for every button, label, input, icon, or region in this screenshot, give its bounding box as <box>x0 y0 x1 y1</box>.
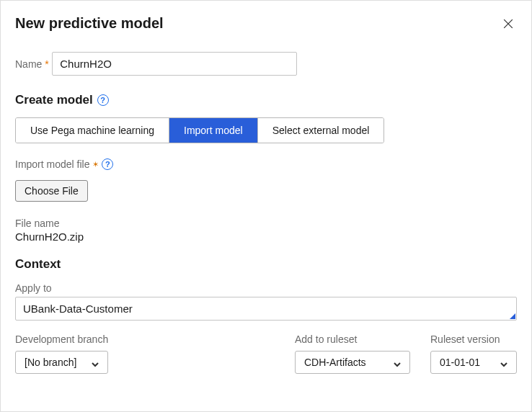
name-label: Name* <box>15 58 49 70</box>
close-button[interactable] <box>500 15 517 35</box>
segmented-option-use-pega[interactable]: Use Pega machine learning <box>16 118 169 143</box>
name-label-text: Name <box>15 58 42 70</box>
modal-new-predictive-model: New predictive model Name* Create model … <box>0 0 532 412</box>
import-file-label-text: Import model file <box>15 158 89 170</box>
apply-to-label: Apply to <box>15 282 52 294</box>
apply-to-field: Apply to <box>15 282 517 321</box>
ruleset-value: CDH-Artifacts <box>304 357 366 368</box>
ruleset-version-select[interactable]: 01-01-01 <box>430 351 517 374</box>
segmented-option-select-external[interactable]: Select external model <box>258 118 384 143</box>
modal-header: New predictive model <box>15 15 517 35</box>
close-icon <box>501 17 515 31</box>
modal-title: New predictive model <box>15 15 164 32</box>
chevron-down-icon <box>394 359 401 366</box>
dev-branch-select[interactable]: [No branch] <box>15 351 108 374</box>
choose-file-button[interactable]: Choose File <box>15 180 88 202</box>
dev-branch-label: Development branch <box>15 333 108 345</box>
apply-to-input-wrapper <box>15 297 517 321</box>
ruleset-version-field: Ruleset version 01-01-01 <box>430 333 517 374</box>
file-name-label: File name <box>15 218 517 229</box>
dev-branch-value: [No branch] <box>25 357 76 368</box>
apply-to-input[interactable] <box>15 297 517 321</box>
name-input[interactable] <box>52 52 297 76</box>
required-asterisk-icon: * <box>45 58 48 70</box>
segmented-option-import-model[interactable]: Import model <box>169 118 258 143</box>
ruleset-field: Add to ruleset CDH-Artifacts <box>295 333 410 374</box>
dev-branch-field: Development branch [No branch] <box>15 333 108 374</box>
ruleset-label: Add to ruleset <box>295 333 410 345</box>
ruleset-version-value: 01-01-01 <box>440 357 480 368</box>
chevron-down-icon <box>92 359 99 366</box>
context-section-title: Context <box>15 257 517 272</box>
help-icon[interactable]: ? <box>97 94 109 106</box>
ruleset-version-label: Ruleset version <box>430 333 517 345</box>
bottom-row: Development branch [No branch] Add to ru… <box>15 333 517 374</box>
ruleset-select[interactable]: CDH-Artifacts <box>295 351 410 374</box>
create-model-segmented: Use Pega machine learning Import model S… <box>15 117 384 143</box>
required-star-icon: ✶ <box>92 160 99 169</box>
name-field: Name* <box>15 52 517 76</box>
import-file-label: Import model file ✶ ? <box>15 158 113 170</box>
autocomplete-corner-icon <box>510 313 515 319</box>
chevron-down-icon <box>500 359 507 366</box>
file-name-value: ChurnH2O.zip <box>15 230 517 243</box>
help-icon[interactable]: ? <box>102 158 113 170</box>
create-model-title-text: Create model <box>15 93 93 107</box>
create-model-section-title: Create model ? <box>15 93 517 107</box>
